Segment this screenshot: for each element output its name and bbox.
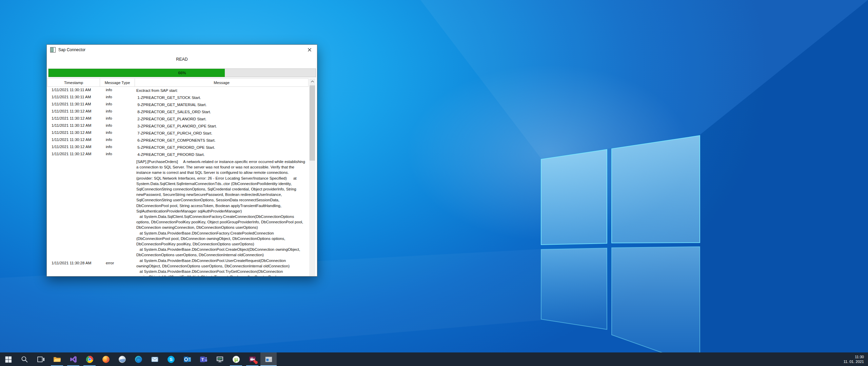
timestamp-cell: 1/11/2021 11:30:11 AM — [47, 101, 100, 106]
column-header-message-type[interactable]: Message Type — [100, 79, 135, 86]
windows-start-icon — [4, 355, 13, 364]
utorrent-button[interactable]: µ — [228, 352, 244, 366]
visual-studio-button[interactable] — [65, 352, 81, 366]
column-header-timestamp[interactable]: Timestamp — [47, 79, 100, 86]
message-cell: 3-ZPREACTOR_GET_PLANORD_OPE Start. — [135, 122, 308, 129]
edge-icon — [134, 355, 143, 364]
table-row[interactable]: 1/11/2021 11:30:11 AMinfo 9-ZPREACTOR_GE… — [47, 101, 309, 108]
file-explorer-button[interactable] — [49, 352, 65, 366]
progress-percent-label: 66% — [48, 69, 316, 77]
message-type-cell: info — [100, 94, 135, 99]
message-cell: Exctract from SAP start: — [135, 86, 308, 93]
progress-bar: 66% — [48, 68, 316, 77]
sap-connector-window: Sap Connector READ 66% Timestamp Message… — [46, 44, 317, 277]
timestamp-cell: 1/11/2021 11:30:12 AM — [47, 122, 100, 127]
message-cell: 2-ZPREACTOR_GET_PLANORD Start. — [135, 115, 308, 122]
app-icon — [50, 47, 56, 53]
log-rows: 1/11/2021 11:30:11 AMinfoExctract from S… — [47, 86, 309, 276]
desktop: Sap Connector READ 66% Timestamp Message… — [0, 0, 868, 366]
close-button[interactable] — [302, 45, 317, 55]
scrollbar-up-button[interactable] — [309, 78, 315, 84]
taskbar: STµ 11:30 11. 01. 2021 — [0, 352, 868, 366]
table-row[interactable]: 1/11/2021 11:30:11 AMinfo 1-ZPREACTOR_GE… — [47, 94, 309, 101]
utorrent-icon: µ — [232, 355, 240, 364]
timestamp-cell: 1/11/2021 11:30:12 AM — [47, 129, 100, 135]
svg-text:µ: µ — [234, 356, 238, 362]
timestamp-cell: 1/11/2021 11:30:12 AM — [47, 150, 100, 156]
table-row[interactable]: 1/11/2021 11:30:12 AMinfo 8-ZPREACTOR_GE… — [47, 108, 309, 115]
silver-sphere-browser-button[interactable] — [114, 352, 130, 366]
clock-date: 11. 01. 2021 — [844, 359, 864, 364]
firefox-button[interactable] — [98, 352, 114, 366]
message-cell: 5-ZPREACTOR_GET_PROORD_OPE Start. — [135, 143, 308, 150]
outlook-icon — [183, 355, 192, 364]
table-row[interactable]: 1/11/2021 11:30:12 AMinfo 6-ZPREACTOR_GE… — [47, 136, 309, 143]
windows-start-button[interactable] — [0, 352, 16, 366]
table-row[interactable]: 1/11/2021 11:30:12 AMinfo 7-ZPREACTOR_GE… — [47, 129, 309, 136]
title-bar[interactable]: Sap Connector — [47, 45, 317, 55]
message-type-cell: info — [100, 136, 135, 142]
column-header-message[interactable]: Message — [135, 79, 309, 86]
search-icon — [20, 355, 29, 364]
message-type-cell: info — [100, 150, 135, 156]
table-row[interactable]: 1/11/2021 11:30:12 AMinfo 4-ZPREACTOR_GE… — [47, 150, 309, 158]
search-button[interactable] — [16, 352, 33, 366]
table-row[interactable]: 1/11/2021 11:30:12 AMinfo 2-ZPREACTOR_GE… — [47, 115, 309, 122]
grid-header: Timestamp Message Type Message — [47, 78, 309, 87]
message-cell: 4-ZPREACTOR_GET_PROORD Start. — [135, 150, 308, 157]
table-row[interactable]: 1/11/2021 11:30:11 AMinfoExctract from S… — [47, 86, 309, 94]
sap-connector-icon — [264, 355, 273, 364]
message-type-cell: info — [100, 122, 135, 127]
window-title: Sap Connector — [58, 47, 85, 52]
timestamp-cell: 1/11/2021 11:30:12 AM — [47, 115, 100, 120]
message-cell: 8-ZPREACTOR_GET_SALES_ORD Start. — [135, 108, 308, 115]
message-type-cell: error — [100, 158, 135, 265]
message-cell: 1-ZPREACTOR_GET_STOCK Start. — [135, 94, 308, 100]
message-type-cell: info — [100, 115, 135, 120]
table-row[interactable]: 1/11/2021 11:30:12 AMinfo 5-ZPREACTOR_GE… — [47, 143, 309, 150]
message-type-cell: info — [100, 129, 135, 135]
message-cell: 6-ZPREACTOR_GET_COMPONENTS Start. — [135, 136, 308, 143]
timestamp-cell: 1/11/2021 11:30:12 AM — [47, 136, 100, 142]
sap-connector-button[interactable] — [260, 352, 277, 366]
table-row[interactable]: 1/11/2021 11:30:28 AMerror[SAP].[Purchas… — [47, 158, 309, 276]
taskbar-items: STµ — [0, 352, 277, 366]
mail-icon — [151, 355, 159, 364]
teams-icon: T — [199, 355, 208, 364]
read-label: READ — [47, 57, 317, 62]
message-cell: 9-ZPREACTOR_GET_MATERIAL Start. — [135, 101, 308, 107]
close-icon — [308, 48, 312, 52]
taskbar-clock[interactable]: 11:30 11. 01. 2021 — [844, 352, 868, 366]
task-view-button[interactable] — [33, 352, 49, 366]
visual-studio-icon — [69, 355, 78, 364]
timestamp-cell: 1/11/2021 11:30:11 AM — [47, 94, 100, 99]
system-monitor-icon — [216, 355, 224, 364]
scrollbar-thumb[interactable] — [310, 85, 315, 161]
table-row[interactable]: 1/11/2021 11:30:12 AMinfo 3-ZPREACTOR_GE… — [47, 122, 309, 129]
edge-button[interactable] — [130, 352, 146, 366]
timestamp-cell: 1/11/2021 11:30:12 AM — [47, 108, 100, 113]
silver-sphere-browser-icon — [118, 355, 126, 364]
task-view-icon — [37, 355, 45, 364]
svg-text:S: S — [169, 357, 172, 362]
skype-icon: S — [167, 355, 175, 364]
system-monitor-button[interactable] — [212, 352, 228, 366]
message-type-cell: info — [100, 86, 135, 92]
message-type-cell: info — [100, 101, 135, 106]
log-grid: Timestamp Message Type Message 1/11/2021… — [47, 78, 317, 276]
notification-badge — [255, 361, 258, 364]
chrome-button[interactable] — [81, 352, 98, 366]
screen-recorder-button[interactable] — [244, 352, 260, 366]
outlook-button[interactable] — [179, 352, 195, 366]
skype-button[interactable]: S — [163, 352, 179, 366]
mail-button[interactable] — [146, 352, 163, 366]
clock-time: 11:30 — [855, 354, 864, 359]
timestamp-cell: 1/11/2021 11:30:28 AM — [47, 158, 100, 265]
chrome-icon — [85, 355, 94, 364]
message-cell: [SAP].[PurchaseOrders] A network-related… — [135, 158, 308, 276]
message-cell: 7-ZPREACTOR_GET_PURCH_ORD Start. — [135, 129, 308, 136]
teams-button[interactable]: T — [195, 352, 212, 366]
vertical-scrollbar[interactable] — [309, 78, 315, 276]
chevron-up-icon — [311, 81, 314, 82]
timestamp-cell: 1/11/2021 11:30:12 AM — [47, 143, 100, 149]
